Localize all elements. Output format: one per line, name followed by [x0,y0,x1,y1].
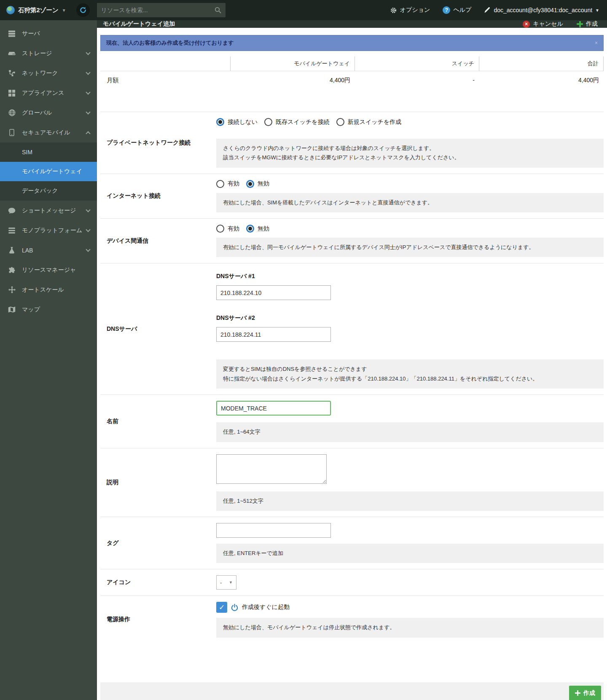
power-checkbox-checked[interactable]: ✓ [216,602,227,613]
power-icon [231,603,239,611]
dns2-input[interactable] [216,327,331,342]
sidebar-item-resource-manager[interactable]: リソースマネージャ [0,260,97,280]
radio-new-switch[interactable]: 新規スイッチを作成 [336,118,402,126]
sidebar-subitem-sim[interactable]: SIM [0,142,97,162]
pricing-table: モバイルゲートウェイ スイッチ 合計 月額 4,400円 - 4,400円 [100,56,604,90]
server-icon [8,30,16,37]
name-input[interactable] [216,401,331,416]
private-network-radio-group: 接続しない 既存スイッチを接続 新規スイッチを作成 [216,118,604,126]
chevron-down-icon: ▼ [229,580,233,585]
sidebar-item-mono-platform[interactable]: モノプラットフォーム [0,220,97,240]
name-content: 任意, 1~64文字 [216,401,604,442]
sidebar-item-label: セキュアモバイル [22,129,86,137]
options-label: オプション [400,6,430,14]
close-icon[interactable]: × [595,40,598,46]
pricing-row-label: 月額 [100,71,231,90]
sidebar: サーバ ストレージ ネットワーク アプライアンス [0,20,97,700]
sidebar-item-server[interactable]: サーバ [0,24,97,43]
radio-no-connection[interactable]: 接続しない [216,118,258,126]
form-row-name: 名前 任意, 1~64文字 [100,394,604,448]
chevron-down-icon [86,70,90,75]
sidebar-subitem-mobile-gateway[interactable]: モバイルゲートウェイ [0,162,97,181]
radio-selected-icon [246,225,254,233]
help-line: 任意, 1~64文字 [223,427,597,437]
device-comm-label: デバイス間通信 [100,237,216,245]
create-button-footer[interactable]: 作成 [569,686,601,700]
top-bar-right: オプション ? ヘルプ doc_account@cfy38041:doc_acc… [390,6,599,14]
dns-content: DNSサーバ #1 DNSサーバ #2 変更するとSIMは独自のDNSを参照させ… [216,269,604,389]
zone-selector[interactable]: 石狩第2ゾーン ▼ [6,6,66,14]
pricing-mobile-gateway-value: 4,400円 [231,71,355,90]
help-label: ヘルプ [453,6,471,14]
app-window: 石狩第2ゾーン ▼ オプション [0,0,607,700]
flask-icon [8,247,16,254]
tag-help: 任意, ENTERキーで追加 [216,544,604,563]
icon-select[interactable]: - ▼ [216,575,236,590]
sidebar-item-appliance[interactable]: アプライアンス [0,83,97,103]
sidebar-item-secure-mobile[interactable]: セキュアモバイル [0,123,97,142]
form-row-tag: タグ 任意, ENTERキーで追加 [100,517,604,569]
cancel-button[interactable]: × キャンセル [523,20,563,28]
radio-device-comm-disable[interactable]: 無効 [246,225,269,233]
description-textarea[interactable] [216,454,327,484]
create-label: 作成 [583,689,595,697]
search-input[interactable] [101,7,215,13]
help-button[interactable]: ? ヘルプ [443,6,471,14]
pen-icon [484,7,491,13]
form-row-power: 電源操作 ✓ 作成後すぐに起動 無効にした場合、モバイルゲートウェイは停止状態で… [100,595,604,643]
radio-label: 有効 [228,225,239,233]
chevron-up-icon [86,131,90,136]
mobile-phone-icon [8,129,16,136]
sidebar-item-label: SIM [22,149,32,156]
power-check-row: ✓ 作成後すぐに起動 [216,602,604,613]
dns-label: DNSサーバ [100,325,216,333]
description-help: 任意, 1~512文字 [216,491,604,511]
refresh-button[interactable] [76,3,90,17]
notice-message: 現在、法人のお客様のみ作成を受け付けております [106,39,234,47]
create-label: 作成 [586,20,598,28]
account-menu[interactable]: doc_account@cfy38041:doc_account ▼ [484,7,599,13]
sidebar-item-map[interactable]: マップ [0,300,97,319]
icon-label: アイコン [100,579,216,586]
form-body: 現在、法人のお客様のみ作成を受け付けております × モバイルゲートウェイ スイッ… [97,28,607,700]
options-button[interactable]: オプション [390,6,430,14]
sidebar-item-global[interactable]: グローバル [0,103,97,123]
radio-internet-disable[interactable]: 無効 [246,180,269,188]
puzzle-icon [8,267,16,274]
top-bar: 石狩第2ゾーン ▼ オプション [0,0,607,20]
sidebar-subitem-data-pack[interactable]: データパック [0,181,97,201]
help-line: 任意, ENTERキーで追加 [223,549,597,558]
description-content: 任意, 1~512文字 [216,454,604,511]
form-row-dns: DNSサーバ DNSサーバ #1 DNSサーバ #2 変更するとSIMは独自のD… [100,263,604,394]
cancel-label: キャンセル [533,20,563,28]
sidebar-item-label: モノプラットフォーム [22,227,86,234]
search-icon [215,7,221,13]
sidebar-item-label: LAB [22,247,86,254]
create-button-header[interactable]: 作成 [577,20,598,28]
dns1-input[interactable] [216,285,331,300]
radio-label: 接続しない [228,118,258,126]
chat-bubble-icon [8,207,16,214]
sidebar-item-lab[interactable]: LAB [0,240,97,260]
radio-internet-enable[interactable]: 有効 [216,180,239,188]
pricing-header-mobile-gateway: モバイルゲートウェイ [231,56,355,71]
chevron-down-icon [86,50,90,55]
pricing-total-value: 4,400円 [479,71,604,90]
help-line: 任意, 1~512文字 [223,496,597,506]
radio-existing-switch[interactable]: 既存スイッチを接続 [264,118,330,126]
radio-icon [216,225,224,233]
tag-input[interactable] [216,523,331,538]
sidebar-item-short-message[interactable]: ショートメッセージ [0,201,97,220]
page-title: モバイルゲートウェイ追加 [103,20,175,28]
plus-icon [577,21,583,27]
help-line: 特に指定がない場合はさくらインターネットが提供する「210.188.224.10… [223,374,597,384]
sidebar-item-storage[interactable]: ストレージ [0,43,97,63]
sidebar-item-label: グローバル [22,109,86,117]
page-header: モバイルゲートウェイ追加 × キャンセル 作成 [97,20,607,28]
radio-label: 有効 [228,180,239,188]
sidebar-item-label: データパック [22,187,58,195]
radio-device-comm-enable[interactable]: 有効 [216,225,239,233]
sidebar-item-autoscale[interactable]: オートスケール [0,280,97,300]
private-network-content: 接続しない 既存スイッチを接続 新規スイッチを作成 さくらのクラウド内のネットワ… [216,118,604,168]
sidebar-item-network[interactable]: ネットワーク [0,63,97,83]
